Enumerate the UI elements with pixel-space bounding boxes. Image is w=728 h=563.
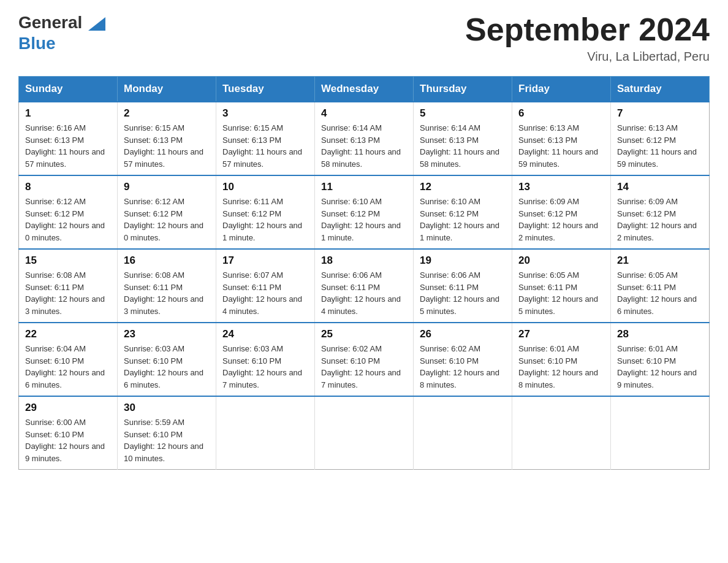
day-info: Sunrise: 6:03 AM Sunset: 6:10 PM Dayligh… — [222, 343, 308, 391]
calendar-cell: 23 Sunrise: 6:03 AM Sunset: 6:10 PM Dayl… — [118, 323, 216, 396]
svg-marker-0 — [88, 17, 105, 31]
day-number: 30 — [124, 402, 210, 414]
week-row-5: 29 Sunrise: 6:00 AM Sunset: 6:10 PM Dayl… — [19, 396, 710, 470]
day-info: Sunrise: 6:03 AM Sunset: 6:10 PM Dayligh… — [124, 343, 210, 391]
calendar-cell: 18 Sunrise: 6:06 AM Sunset: 6:11 PM Dayl… — [315, 249, 414, 323]
col-tuesday: Tuesday — [216, 77, 315, 102]
day-info: Sunrise: 6:00 AM Sunset: 6:10 PM Dayligh… — [25, 416, 111, 464]
day-number: 26 — [420, 328, 506, 340]
day-info: Sunrise: 6:15 AM Sunset: 6:13 PM Dayligh… — [124, 122, 210, 170]
calendar-cell — [512, 396, 611, 470]
calendar-cell: 12 Sunrise: 6:10 AM Sunset: 6:12 PM Dayl… — [414, 175, 512, 249]
page-header: General Blue September 2024 Viru, La Lib… — [18, 12, 710, 64]
calendar-cell — [414, 396, 512, 470]
calendar-cell: 8 Sunrise: 6:12 AM Sunset: 6:12 PM Dayli… — [19, 175, 118, 249]
day-info: Sunrise: 6:02 AM Sunset: 6:10 PM Dayligh… — [321, 343, 407, 391]
day-number: 12 — [420, 181, 506, 193]
calendar-cell: 20 Sunrise: 6:05 AM Sunset: 6:11 PM Dayl… — [512, 249, 611, 323]
day-info: Sunrise: 6:10 AM Sunset: 6:12 PM Dayligh… — [321, 196, 407, 243]
day-info: Sunrise: 6:01 AM Sunset: 6:10 PM Dayligh… — [518, 343, 604, 391]
calendar-cell: 21 Sunrise: 6:05 AM Sunset: 6:11 PM Dayl… — [611, 249, 710, 323]
calendar-cell: 22 Sunrise: 6:04 AM Sunset: 6:10 PM Dayl… — [19, 323, 118, 396]
day-info: Sunrise: 6:07 AM Sunset: 6:11 PM Dayligh… — [222, 269, 308, 317]
calendar-cell: 30 Sunrise: 5:59 AM Sunset: 6:10 PM Dayl… — [118, 396, 216, 470]
week-row-1: 1 Sunrise: 6:16 AM Sunset: 6:13 PM Dayli… — [19, 102, 710, 175]
day-info: Sunrise: 5:59 AM Sunset: 6:10 PM Dayligh… — [124, 416, 210, 464]
calendar-cell: 5 Sunrise: 6:14 AM Sunset: 6:13 PM Dayli… — [414, 102, 512, 175]
day-number: 8 — [25, 181, 111, 193]
day-number: 9 — [124, 181, 210, 193]
day-info: Sunrise: 6:02 AM Sunset: 6:10 PM Dayligh… — [420, 343, 506, 391]
day-info: Sunrise: 6:15 AM Sunset: 6:13 PM Dayligh… — [222, 122, 308, 170]
calendar-cell: 19 Sunrise: 6:06 AM Sunset: 6:11 PM Dayl… — [414, 249, 512, 323]
calendar-cell: 29 Sunrise: 6:00 AM Sunset: 6:10 PM Dayl… — [19, 396, 118, 470]
calendar-cell: 6 Sunrise: 6:13 AM Sunset: 6:13 PM Dayli… — [512, 102, 611, 175]
week-row-3: 15 Sunrise: 6:08 AM Sunset: 6:11 PM Dayl… — [19, 249, 710, 323]
day-number: 23 — [124, 328, 210, 340]
day-number: 2 — [124, 107, 210, 120]
calendar-cell: 10 Sunrise: 6:11 AM Sunset: 6:12 PM Dayl… — [216, 175, 315, 249]
calendar-cell: 25 Sunrise: 6:02 AM Sunset: 6:10 PM Dayl… — [315, 323, 414, 396]
calendar-cell: 26 Sunrise: 6:02 AM Sunset: 6:10 PM Dayl… — [414, 323, 512, 396]
day-number: 19 — [420, 255, 506, 267]
week-row-4: 22 Sunrise: 6:04 AM Sunset: 6:10 PM Dayl… — [19, 323, 710, 396]
calendar-cell: 17 Sunrise: 6:07 AM Sunset: 6:11 PM Dayl… — [216, 249, 315, 323]
col-thursday: Thursday — [414, 77, 512, 102]
day-number: 24 — [222, 328, 308, 340]
calendar-cell — [315, 396, 414, 470]
day-info: Sunrise: 6:14 AM Sunset: 6:13 PM Dayligh… — [321, 122, 407, 170]
calendar-cell: 16 Sunrise: 6:08 AM Sunset: 6:11 PM Dayl… — [118, 249, 216, 323]
day-info: Sunrise: 6:12 AM Sunset: 6:12 PM Dayligh… — [25, 196, 111, 243]
calendar-cell: 13 Sunrise: 6:09 AM Sunset: 6:12 PM Dayl… — [512, 175, 611, 249]
location: Viru, La Libertad, Peru — [465, 50, 710, 64]
calendar-cell: 4 Sunrise: 6:14 AM Sunset: 6:13 PM Dayli… — [315, 102, 414, 175]
calendar-cell: 3 Sunrise: 6:15 AM Sunset: 6:13 PM Dayli… — [216, 102, 315, 175]
day-number: 11 — [321, 181, 407, 193]
calendar-cell: 9 Sunrise: 6:12 AM Sunset: 6:12 PM Dayli… — [118, 175, 216, 249]
col-wednesday: Wednesday — [315, 77, 414, 102]
calendar-cell — [216, 396, 315, 470]
day-number: 6 — [518, 107, 604, 120]
day-info: Sunrise: 6:10 AM Sunset: 6:12 PM Dayligh… — [420, 196, 506, 243]
day-number: 20 — [518, 255, 604, 267]
day-number: 22 — [25, 328, 111, 340]
calendar-cell: 2 Sunrise: 6:15 AM Sunset: 6:13 PM Dayli… — [118, 102, 216, 175]
day-info: Sunrise: 6:09 AM Sunset: 6:12 PM Dayligh… — [617, 196, 703, 243]
day-info: Sunrise: 6:08 AM Sunset: 6:11 PM Dayligh… — [124, 269, 210, 317]
calendar-cell: 24 Sunrise: 6:03 AM Sunset: 6:10 PM Dayl… — [216, 323, 315, 396]
calendar-header-row: Sunday Monday Tuesday Wednesday Thursday… — [19, 77, 710, 102]
calendar-table: Sunday Monday Tuesday Wednesday Thursday… — [18, 76, 710, 470]
day-number: 1 — [25, 107, 111, 120]
day-number: 16 — [124, 255, 210, 267]
col-sunday: Sunday — [19, 77, 118, 102]
day-info: Sunrise: 6:12 AM Sunset: 6:12 PM Dayligh… — [124, 196, 210, 243]
day-number: 21 — [617, 255, 703, 267]
calendar-cell: 7 Sunrise: 6:13 AM Sunset: 6:12 PM Dayli… — [611, 102, 710, 175]
day-number: 13 — [518, 181, 604, 193]
calendar-cell: 15 Sunrise: 6:08 AM Sunset: 6:11 PM Dayl… — [19, 249, 118, 323]
col-saturday: Saturday — [611, 77, 710, 102]
day-number: 15 — [25, 255, 111, 267]
day-number: 17 — [222, 255, 308, 267]
day-number: 25 — [321, 328, 407, 340]
day-info: Sunrise: 6:01 AM Sunset: 6:10 PM Dayligh… — [617, 343, 703, 391]
calendar-cell: 27 Sunrise: 6:01 AM Sunset: 6:10 PM Dayl… — [512, 323, 611, 396]
day-info: Sunrise: 6:16 AM Sunset: 6:13 PM Dayligh… — [25, 122, 111, 170]
day-number: 5 — [420, 107, 506, 120]
day-number: 29 — [25, 402, 111, 414]
title-area: September 2024 Viru, La Libertad, Peru — [465, 12, 710, 64]
day-number: 10 — [222, 181, 308, 193]
logo-triangle-icon — [88, 17, 105, 31]
day-info: Sunrise: 6:04 AM Sunset: 6:10 PM Dayligh… — [25, 343, 111, 391]
day-info: Sunrise: 6:06 AM Sunset: 6:11 PM Dayligh… — [420, 269, 506, 317]
month-title: September 2024 — [465, 12, 710, 47]
week-row-2: 8 Sunrise: 6:12 AM Sunset: 6:12 PM Dayli… — [19, 175, 710, 249]
day-number: 7 — [617, 107, 703, 120]
logo-combined: General Blue — [18, 12, 105, 53]
calendar-body: 1 Sunrise: 6:16 AM Sunset: 6:13 PM Dayli… — [19, 102, 710, 470]
col-monday: Monday — [118, 77, 216, 102]
day-info: Sunrise: 6:05 AM Sunset: 6:11 PM Dayligh… — [518, 269, 604, 317]
day-info: Sunrise: 6:08 AM Sunset: 6:11 PM Dayligh… — [25, 269, 111, 317]
day-info: Sunrise: 6:06 AM Sunset: 6:11 PM Dayligh… — [321, 269, 407, 317]
calendar-cell: 1 Sunrise: 6:16 AM Sunset: 6:13 PM Dayli… — [19, 102, 118, 175]
